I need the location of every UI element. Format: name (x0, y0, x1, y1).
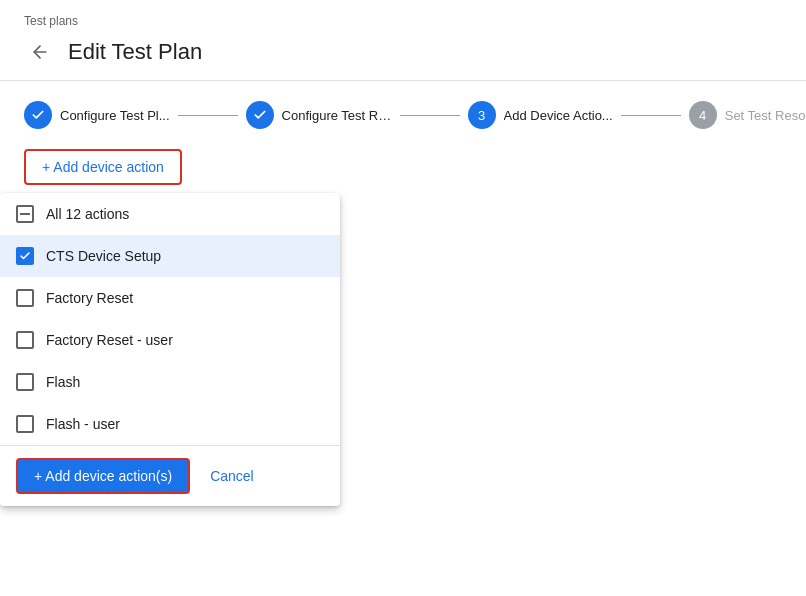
checkbox-all (16, 205, 34, 223)
step-2: Configure Test Ru... (246, 101, 392, 129)
step-connector-2 (400, 115, 460, 116)
step-2-circle (246, 101, 274, 129)
dropdown-item-flash-label: Flash (46, 374, 80, 390)
step-3-circle: 3 (468, 101, 496, 129)
dropdown-item-all[interactable]: All 12 actions (0, 193, 340, 235)
checkbox-factory-reset-wrap (16, 289, 34, 307)
dropdown-item-flash[interactable]: Flash (0, 361, 340, 403)
dropdown-panel: All 12 actions CTS Device Setup (0, 193, 340, 506)
dropdown-footer: + Add device action(s) Cancel (0, 445, 340, 506)
step-connector-3 (621, 115, 681, 116)
step-4-circle: 4 (689, 101, 717, 129)
check-icon-2 (253, 108, 267, 122)
add-device-action-button[interactable]: + Add device action (24, 149, 182, 185)
step-3-number: 3 (478, 108, 485, 123)
dropdown-item-factory-reset-user[interactable]: Factory Reset - user (0, 319, 340, 361)
checkbox-all-wrap (16, 205, 34, 223)
step-3-label: Add Device Actio... (504, 108, 613, 123)
step-connector-1 (178, 115, 238, 116)
dropdown-item-factory-reset[interactable]: Factory Reset (0, 277, 340, 319)
checkbox-flash (16, 373, 34, 391)
add-device-actions-label: + Add device action(s) (34, 468, 172, 484)
checkbox-cts-wrap (16, 247, 34, 265)
step-1-circle (24, 101, 52, 129)
step-3: 3 Add Device Actio... (468, 101, 613, 129)
page-title: Edit Test Plan (68, 39, 202, 65)
dropdown-item-flash-user-label: Flash - user (46, 416, 120, 432)
dropdown-item-cts-label: CTS Device Setup (46, 248, 161, 264)
dropdown-item-cts[interactable]: CTS Device Setup (0, 235, 340, 277)
stepper: Configure Test Pl... Configure Test Ru..… (0, 81, 806, 149)
dropdown-item-factory-reset-user-label: Factory Reset - user (46, 332, 173, 348)
cancel-button[interactable]: Cancel (206, 460, 258, 492)
checkbox-flash-user-wrap (16, 415, 34, 433)
header: Edit Test Plan (0, 32, 806, 81)
add-device-action-label: + Add device action (42, 159, 164, 175)
breadcrumb: Test plans (0, 0, 806, 32)
step-1: Configure Test Pl... (24, 101, 170, 129)
main-content: + Add device action All 12 actions (0, 149, 806, 185)
step-1-label: Configure Test Pl... (60, 108, 170, 123)
add-device-actions-button[interactable]: + Add device action(s) (16, 458, 190, 494)
step-2-label: Configure Test Ru... (282, 108, 392, 123)
check-icon-1 (31, 108, 45, 122)
checkbox-flash-user (16, 415, 34, 433)
dropdown-list: All 12 actions CTS Device Setup (0, 193, 340, 445)
checkbox-factory-reset (16, 289, 34, 307)
step-4-label: Set Test Resourc... (725, 108, 806, 123)
cancel-label: Cancel (210, 468, 254, 484)
checkbox-factory-reset-user (16, 331, 34, 349)
check-icon-cts (19, 250, 31, 262)
indeterminate-line (20, 213, 30, 215)
checkbox-flash-wrap (16, 373, 34, 391)
checkbox-factory-reset-user-wrap (16, 331, 34, 349)
step-4-number: 4 (699, 108, 706, 123)
dropdown-item-all-label: All 12 actions (46, 206, 129, 222)
breadcrumb-text: Test plans (24, 14, 78, 28)
dropdown-item-factory-reset-label: Factory Reset (46, 290, 133, 306)
step-4: 4 Set Test Resourc... (689, 101, 806, 129)
back-button[interactable] (24, 36, 56, 68)
arrow-left-icon (30, 42, 50, 62)
page-wrapper: Test plans Edit Test Plan Configure Test… (0, 0, 806, 596)
checkbox-cts (16, 247, 34, 265)
dropdown-item-flash-user[interactable]: Flash - user (0, 403, 340, 445)
